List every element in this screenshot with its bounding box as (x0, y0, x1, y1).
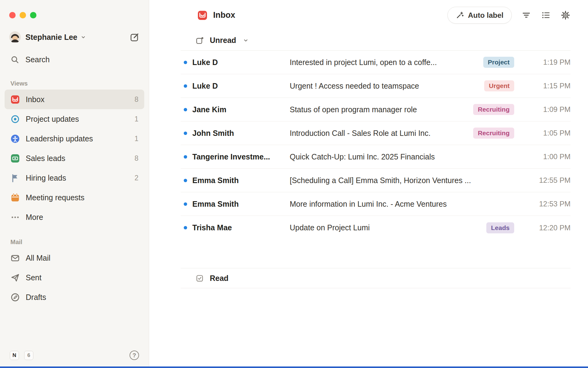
workspace-badge[interactable]: N (10, 351, 19, 360)
unread-dot (184, 84, 187, 88)
auto-label-button[interactable]: Auto label (447, 7, 512, 24)
flag-icon (10, 173, 20, 183)
unread-dot (184, 155, 187, 159)
sidebar: Stephanie Lee Search Views (0, 0, 149, 368)
sidebar-item-sent[interactable]: Sent (5, 268, 144, 287)
list-icon[interactable] (541, 10, 551, 21)
email-time: 1:09 PM (528, 105, 571, 114)
chevron-down-icon (80, 34, 86, 40)
minimize-window-button[interactable] (20, 12, 26, 18)
help-icon[interactable]: ? (130, 351, 139, 360)
email-list: Unread Luke D Interested in project Lumi… (181, 30, 571, 288)
email-subject: Status of open program manager role (290, 105, 473, 114)
label-chip[interactable]: Project (483, 57, 514, 68)
email-subject: Update on Project Lumi (290, 223, 486, 232)
ellipsis-icon (10, 213, 20, 222)
email-row[interactable]: Luke D Interested in project Lumi, open … (181, 51, 571, 74)
count-badge[interactable]: 6 (24, 351, 33, 360)
email-time: 1:15 PM (528, 82, 571, 90)
unread-rows: Luke D Interested in project Lumi, open … (181, 51, 571, 240)
email-row[interactable]: Emma Smith [Scheduling a Call] Emma Smit… (181, 169, 571, 192)
email-sender: Jane Kim (192, 105, 290, 114)
page-title: Inbox (213, 10, 235, 20)
sidebar-item-label: All Mail (26, 254, 51, 263)
email-sender: Emma Smith (192, 200, 290, 209)
email-time: 1:00 PM (528, 152, 571, 161)
auto-label-button-label: Auto label (468, 11, 503, 20)
unread-dot (184, 61, 187, 64)
chevron-down-icon[interactable] (243, 37, 249, 44)
sidebar-item-all-mail[interactable]: All Mail (5, 248, 144, 268)
page-title-group: Inbox (197, 10, 235, 21)
filter-icon[interactable] (521, 10, 531, 21)
search-button[interactable]: Search (10, 55, 140, 64)
email-sender: Tangerine Investme... (192, 152, 290, 161)
unread-dot (184, 132, 187, 135)
inbox-icon (197, 10, 208, 21)
sidebar-item-label: Hiring leads (26, 174, 66, 182)
label-chip[interactable]: Urgent (484, 80, 514, 91)
inbox-icon (10, 95, 20, 104)
sidebar-footer: N 6 ? (0, 351, 149, 368)
sidebar-item-hiring-leads[interactable]: Hiring leads 2 (5, 168, 144, 188)
settings-gear-icon[interactable] (560, 10, 571, 21)
email-row[interactable]: John Smith Introduction Call - Sales Rol… (181, 121, 571, 145)
profile-switcher[interactable]: Stephanie Lee (9, 31, 140, 43)
label-chip[interactable]: Recruiting (473, 128, 514, 139)
sidebar-item-drafts[interactable]: Drafts (5, 287, 144, 307)
search-label: Search (25, 55, 50, 64)
compose-icon[interactable] (130, 32, 140, 42)
views-section-label: Views (10, 80, 149, 87)
sidebar-item-label: Meeting requests (26, 193, 85, 202)
sidebar-item-count: 8 (134, 154, 138, 163)
label-chip[interactable]: Recruiting (473, 104, 514, 115)
email-subject: Interested in project Lumi, open to a co… (290, 58, 483, 67)
person-circle-icon (10, 134, 20, 144)
email-time: 1:05 PM (528, 129, 571, 137)
unread-dot (184, 226, 187, 229)
sidebar-item-label: Sales leads (26, 154, 65, 163)
email-row[interactable]: Tangerine Investme... Quick Catch-Up: Lu… (181, 145, 571, 169)
window-controls (0, 0, 149, 18)
profile-name: Stephanie Lee (25, 33, 77, 42)
email-subject: Quick Catch-Up: Lumi Inc. 2025 Financial… (290, 152, 528, 161)
email-row[interactable]: Luke D Urgent ! Access needed to teamspa… (181, 74, 571, 98)
sidebar-item-sales-leads[interactable]: Sales leads 8 (5, 148, 144, 168)
read-section-header[interactable]: Read (181, 268, 571, 288)
sidebar-item-leadership-updates[interactable]: Leadership updates 1 (5, 129, 144, 148)
unread-dot (184, 202, 187, 206)
email-sender: Luke D (192, 58, 290, 67)
search-icon (10, 55, 19, 64)
section-spacer (181, 240, 571, 268)
email-subject: Introduction Call - Sales Role at Lumi I… (290, 129, 473, 138)
email-sender: Trisha Mae (192, 223, 290, 232)
sidebar-item-project-updates[interactable]: Project updates 1 (5, 109, 144, 129)
calendar-icon (10, 193, 20, 202)
zoom-window-button[interactable] (30, 12, 36, 18)
mark-unread-icon (195, 36, 204, 45)
close-window-button[interactable] (9, 12, 16, 18)
sidebar-item-count: 1 (134, 115, 138, 123)
mail-nav: All Mail Sent Drafts (0, 248, 149, 307)
email-time: 1:19 PM (528, 58, 571, 67)
label-chip[interactable]: Leads (486, 222, 514, 233)
unread-section-header[interactable]: Unread (181, 30, 571, 51)
sidebar-item-count: 1 (134, 135, 138, 143)
email-subject: More information in Lumi Inc. - Acme Ven… (290, 200, 528, 209)
email-time: 12:55 PM (528, 176, 571, 185)
sidebar-item-more[interactable]: More (5, 207, 144, 227)
email-time: 12:20 PM (528, 224, 571, 232)
email-row[interactable]: Emma Smith More information in Lumi Inc.… (181, 192, 571, 216)
sidebar-item-meeting-requests[interactable]: Meeting requests (5, 188, 144, 207)
email-row[interactable]: Trisha Mae Update on Project Lumi Leads … (181, 216, 571, 240)
mail-section-label: Mail (10, 239, 149, 246)
sidebar-item-inbox[interactable]: Inbox 8 (5, 90, 144, 109)
sidebar-item-count: 8 (134, 95, 138, 104)
email-row[interactable]: Jane Kim Status of open program manager … (181, 98, 571, 121)
window-bottom-accent-bar (0, 366, 588, 368)
pencil-circle-icon (10, 293, 20, 302)
disc-icon (10, 114, 20, 124)
email-sender: John Smith (192, 129, 290, 138)
checkbox-checked-icon (195, 274, 204, 282)
sidebar-item-label: Sent (26, 273, 41, 282)
